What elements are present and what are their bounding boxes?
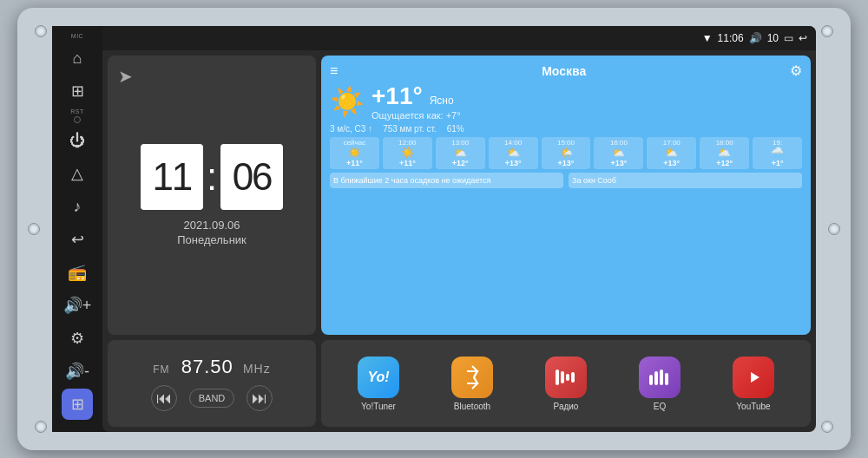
rst-dot[interactable] <box>74 116 81 123</box>
bolt-mid-right <box>828 223 840 235</box>
app-label-eq: EQ <box>654 402 666 411</box>
forecast-hour-item: 19:🌧️+1° <box>753 137 802 169</box>
left-column: ➤ 11 : 06 2021.09.06 Понедельник FM <box>108 56 316 427</box>
weather-city: Москва <box>338 64 790 78</box>
svg-rect-2 <box>566 374 569 381</box>
clock-widget: ➤ 11 : 06 2021.09.06 Понедельник <box>108 56 316 335</box>
svg-marker-8 <box>751 372 760 383</box>
weather-pressure: 753 мм рт. ст. <box>383 124 437 134</box>
bolt-top-left <box>35 25 47 37</box>
clock-display: 11 : 06 <box>141 144 283 210</box>
weather-temp-block: +11° Ясно Ощущается как: +7° <box>372 82 461 121</box>
clock-colon: : <box>207 155 217 199</box>
weather-main: ☀️ +11° Ясно Ощущается как: +7° <box>330 82 802 121</box>
wifi-icon: ▼ <box>702 32 713 44</box>
grid-button[interactable]: ⊞ <box>62 389 93 420</box>
bolt-top-right <box>821 25 833 37</box>
forecast-hour-item: 13:00⛅+12° <box>436 137 485 169</box>
app-label-youtube: YouTube <box>736 402 770 411</box>
svg-rect-5 <box>654 371 658 385</box>
app-icon-yotuner: Yo! <box>358 357 399 398</box>
music-button[interactable]: ♪ <box>62 191 93 222</box>
volume-icon: 🔊 <box>749 32 762 44</box>
fm-unit: MHz <box>243 362 271 376</box>
forecast-hour-item: 15:00🌤️+13° <box>542 137 591 169</box>
volume-level: 10 <box>767 32 779 44</box>
prev-track-button[interactable]: ⏮ <box>151 385 177 411</box>
app-icon-radio <box>545 357 587 398</box>
vol-up-button[interactable]: 🔊+ <box>62 290 93 321</box>
weather-sun-icon: ☀️ <box>330 85 365 118</box>
forecast-hour-item: 16:00⛅+13° <box>594 137 643 169</box>
weather-humidity: 61% <box>447 124 464 134</box>
weather-description: Ясно <box>430 95 454 107</box>
screen: ▼ 11:06 🔊 10 ▭ ↩ ➤ 11 : <box>102 26 816 432</box>
weather-temperature: +11° <box>372 82 423 110</box>
home2-button[interactable]: △ <box>62 158 93 189</box>
svg-rect-7 <box>665 373 668 385</box>
bolt-bottom-left <box>35 421 47 433</box>
status-time: 11:06 <box>718 32 744 44</box>
svg-rect-1 <box>561 371 564 383</box>
fm-label: FM <box>153 363 169 376</box>
back-button[interactable]: ↩ <box>62 224 93 255</box>
apps-widget: Yo!Yo!TunerBluetoothРадиоEQYouTube <box>321 340 811 427</box>
home-button[interactable]: ⌂ <box>62 43 93 74</box>
weather-forecast: сейчас☀️+11°12:00☀️+11°13:00⛅+12°14:00⛅+… <box>330 137 802 169</box>
app-item-bluetooth[interactable]: Bluetooth <box>451 357 493 411</box>
app-item-yotuner[interactable]: Yo!Yo!Tuner <box>358 357 399 411</box>
power-button[interactable]: ⏻ <box>62 125 93 156</box>
battery-icon: ▭ <box>784 32 793 44</box>
forecast-hour-item: 12:00☀️+11° <box>383 137 432 169</box>
app-icon-youtube <box>733 357 774 398</box>
settings-button[interactable]: ⚙ <box>62 323 93 354</box>
app-label-bluetooth: Bluetooth <box>454 402 490 411</box>
weather-menu-icon[interactable]: ≡ <box>330 63 338 79</box>
forecast-hour-item: 18:00🌥️+12° <box>700 137 749 169</box>
radio-button[interactable]: 📻 <box>62 257 93 288</box>
bolt-bottom-right <box>821 421 833 433</box>
svg-rect-4 <box>649 375 653 385</box>
nav-back-icon[interactable]: ↩ <box>799 32 807 44</box>
apps-button[interactable]: ⊞ <box>62 75 93 107</box>
weather-bottom-row: В ближайшие 2 часа осадков не ожидается … <box>330 173 802 188</box>
app-label-radio: Радио <box>554 402 579 411</box>
weather-temp-row: +11° Ясно <box>372 82 461 110</box>
left-panel: MIC ⌂ ⊞ RST ⏻ △ ♪ ↩ 📻 🔊+ ⚙ 🔊- ⊞ <box>52 26 102 432</box>
fm-display: FM 87.50 MHz <box>153 356 270 378</box>
clock-date: 2021.09.06 <box>183 219 240 232</box>
app-icon-eq <box>639 357 681 398</box>
svg-rect-6 <box>660 370 663 385</box>
app-label-yotuner: Yo!Tuner <box>361 402 396 411</box>
weather-feels-like: Ощущается как: +7° <box>372 110 461 121</box>
weather-news2: За окн Сооб <box>569 173 802 188</box>
main-content: ➤ 11 : 06 2021.09.06 Понедельник FM <box>102 50 816 432</box>
navigation-arrow[interactable]: ➤ <box>118 66 133 87</box>
rst-label: RST <box>70 108 84 114</box>
status-bar: ▼ 11:06 🔊 10 ▭ ↩ <box>102 26 816 50</box>
svg-rect-3 <box>571 372 575 383</box>
app-item-eq[interactable]: EQ <box>639 357 681 411</box>
weather-wind: 3 м/с, С3 ↑ <box>330 124 372 134</box>
app-item-youtube[interactable]: YouTube <box>733 357 774 411</box>
status-icons: ▼ 11:06 🔊 10 ▭ ↩ <box>702 32 807 44</box>
svg-rect-0 <box>556 370 559 385</box>
radio-controls: ⏮ BAND ⏭ <box>151 385 273 411</box>
clock-day: Понедельник <box>177 233 247 246</box>
clock-hours: 11 <box>141 144 203 210</box>
right-column: ≡ Москва ⚙ ☀️ +11° Ясно Ощущает <box>321 56 811 427</box>
weather-gear-icon[interactable]: ⚙ <box>790 62 802 79</box>
radio-widget: FM 87.50 MHz ⏮ BAND ⏭ <box>108 340 316 427</box>
band-button[interactable]: BAND <box>189 389 235 408</box>
next-track-button[interactable]: ⏭ <box>247 385 273 411</box>
weather-widget: ≡ Москва ⚙ ☀️ +11° Ясно Ощущает <box>321 56 811 335</box>
device-body: MIC ⌂ ⊞ RST ⏻ △ ♪ ↩ 📻 🔊+ ⚙ 🔊- ⊞ ▼ 11:06 … <box>52 26 816 432</box>
app-icon-bluetooth <box>451 357 493 398</box>
vol-down-button[interactable]: 🔊- <box>62 356 93 387</box>
forecast-hour-item: сейчас☀️+11° <box>330 137 379 169</box>
mic-label: MIC <box>71 33 83 39</box>
app-item-radio[interactable]: Радио <box>545 357 587 411</box>
forecast-hour-item: 17:00⛅+13° <box>647 137 696 169</box>
weather-details: 3 м/с, С3 ↑ 753 мм рт. ст. 61% <box>330 124 802 134</box>
forecast-hour-item: 14:00⛅+13° <box>489 137 538 169</box>
